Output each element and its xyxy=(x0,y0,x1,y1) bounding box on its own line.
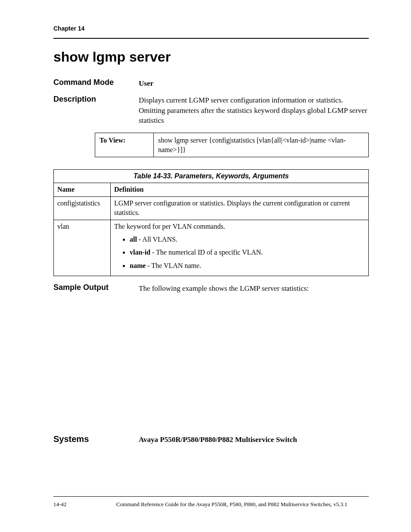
description-label: Description xyxy=(53,95,139,126)
page-footer: 14-42 Command Reference Guide for the Av… xyxy=(53,496,369,508)
systems-row: Systems Avaya P550R/P580/P880/P882 Multi… xyxy=(53,434,369,444)
chapter-header: Chapter 14 xyxy=(53,25,369,32)
description-text: Displays current LGMP server configurati… xyxy=(139,95,369,126)
param-name: vlan xyxy=(54,220,111,276)
command-mode-row: Command Mode User xyxy=(53,78,369,89)
sample-output-row: Sample Output The following example show… xyxy=(53,283,369,294)
syntax-label: To View: xyxy=(95,133,154,157)
list-item: all - All VLANS. xyxy=(130,235,365,244)
parameter-table-header-row: Name Definition xyxy=(54,183,369,196)
header-definition: Definition xyxy=(111,183,369,196)
footer-doc-title: Command Reference Guide for the Avaya P5… xyxy=(95,501,369,508)
page-title: show lgmp server xyxy=(53,49,369,65)
param-name: config|statistics xyxy=(54,196,111,220)
header-divider xyxy=(53,38,369,39)
sample-output-text: The following example shows the LGMP ser… xyxy=(139,283,369,294)
systems-value: Avaya P550R/P580/P880/P882 Multiservice … xyxy=(139,434,297,444)
command-mode-value: User xyxy=(139,78,369,89)
list-item: vlan-id - The numerical ID of a specific… xyxy=(130,248,365,257)
list-item: name - The VLAN name. xyxy=(130,261,365,271)
syntax-value: show lgmp server {config|statistics [vla… xyxy=(154,133,369,157)
param-definition: The keyword for per VLAN commands. all -… xyxy=(111,220,369,276)
parameter-table: Table 14-33. Parameters, Keywords, Argum… xyxy=(53,169,369,276)
param-bullet-list: all - All VLANS. vlan-id - The numerical… xyxy=(114,235,365,271)
table-row: vlan The keyword for per VLAN commands. … xyxy=(54,220,369,276)
param-definition: LGMP server configuration or statistics.… xyxy=(111,196,369,220)
syntax-table: To View: show lgmp server {config|statis… xyxy=(95,133,369,157)
header-name: Name xyxy=(54,183,111,196)
parameter-table-caption: Table 14-33. Parameters, Keywords, Argum… xyxy=(53,169,369,183)
command-mode-label: Command Mode xyxy=(53,78,139,89)
description-row: Description Displays current LGMP server… xyxy=(53,95,369,126)
systems-label: Systems xyxy=(53,434,139,444)
sample-output-label: Sample Output xyxy=(53,283,139,294)
footer-page-number: 14-42 xyxy=(53,501,95,508)
footer-divider xyxy=(53,496,369,497)
param-definition-text: The keyword for per VLAN commands. xyxy=(114,223,225,230)
table-row: config|statistics LGMP server configurat… xyxy=(54,196,369,220)
